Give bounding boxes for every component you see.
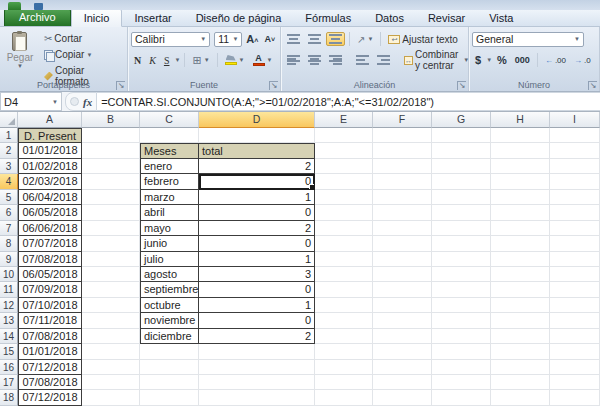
cell-G9[interactable] [432, 252, 491, 267]
clipboard-dialog-launcher[interactable]: ↘ [116, 81, 125, 90]
cell-A15[interactable]: 01/01/2018 [18, 344, 82, 359]
cell-D13[interactable]: 0 [199, 313, 315, 328]
cell-F5[interactable] [373, 190, 432, 205]
alignment-dialog-launcher[interactable]: ↘ [457, 81, 466, 90]
cell-A16[interactable]: 07/12/2018 [18, 360, 82, 375]
wrap-text-button[interactable]: ↩Ajustar texto [385, 32, 461, 47]
row-header-5[interactable]: 5 [0, 190, 18, 205]
cell-G14[interactable] [432, 329, 491, 344]
cell-B18[interactable] [82, 390, 140, 405]
cell-B9[interactable] [82, 252, 140, 267]
cell-G6[interactable] [432, 205, 491, 220]
cell-H14[interactable] [491, 329, 550, 344]
cell-E2[interactable] [315, 143, 373, 158]
fill-color-button[interactable]: ▼ [222, 53, 248, 67]
row-header-6[interactable]: 6 [0, 205, 18, 220]
row-header-15[interactable]: 15 [0, 344, 18, 359]
cell-A6[interactable]: 06/05/2018 [18, 205, 82, 220]
cell-I3[interactable] [550, 159, 600, 174]
cell-I10[interactable] [550, 267, 600, 282]
cell-I8[interactable] [550, 236, 600, 251]
increase-indent-button[interactable] [374, 53, 393, 67]
cell-C13[interactable]: noviembre [140, 313, 199, 328]
column-header-C[interactable]: C [140, 112, 199, 128]
row-header-4[interactable]: 4 [0, 174, 18, 189]
font-color-button[interactable]: A▼ [250, 52, 276, 68]
cell-D10[interactable]: 3 [199, 267, 315, 282]
cell-F15[interactable] [373, 344, 432, 359]
cell-I12[interactable] [550, 298, 600, 313]
cell-B16[interactable] [82, 360, 140, 375]
cell-H7[interactable] [491, 221, 550, 236]
column-header-D[interactable]: D [199, 112, 315, 128]
cell-E11[interactable] [315, 282, 373, 297]
cell-I5[interactable] [550, 190, 600, 205]
column-header-A[interactable]: A [18, 112, 82, 128]
cell-G8[interactable] [432, 236, 491, 251]
increase-decimal-button[interactable]: ←.00 [542, 54, 569, 67]
cell-G18[interactable] [432, 390, 491, 405]
cell-H10[interactable] [491, 267, 550, 282]
merge-center-button[interactable]: ↔Combinar y centrar▼ [401, 47, 472, 73]
cell-B6[interactable] [82, 205, 140, 220]
cell-D4[interactable]: 0 [199, 174, 315, 189]
cell-D7[interactable]: 2 [199, 221, 315, 236]
cell-B7[interactable] [82, 221, 140, 236]
cell-F18[interactable] [373, 390, 432, 405]
cell-H15[interactable] [491, 344, 550, 359]
cell-C2[interactable]: Meses [140, 143, 199, 158]
cell-E9[interactable] [315, 252, 373, 267]
row-header-18[interactable]: 18 [0, 390, 18, 405]
cell-H16[interactable] [491, 360, 550, 375]
cell-I7[interactable] [550, 221, 600, 236]
cell-F13[interactable] [373, 313, 432, 328]
column-header-F[interactable]: F [373, 112, 432, 128]
decrease-decimal-button[interactable]: →.0 [571, 54, 594, 67]
copy-button[interactable]: Copiar▼ [41, 47, 124, 62]
cell-E6[interactable] [315, 205, 373, 220]
number-format-combo[interactable]: General▼ [472, 32, 584, 47]
cell-H2[interactable] [491, 143, 550, 158]
cell-G4[interactable] [432, 174, 491, 189]
cell-I9[interactable] [550, 252, 600, 267]
cell-D16[interactable] [199, 360, 315, 375]
decrease-font-button[interactable]: A˅ [262, 34, 277, 44]
cell-E10[interactable] [315, 267, 373, 282]
save-icon[interactable] [34, 3, 43, 10]
underline-dropdown-arrow[interactable]: ▼ [174, 57, 180, 63]
cut-button[interactable]: ✂Cortar [41, 31, 124, 46]
cell-F10[interactable] [373, 267, 432, 282]
cell-I2[interactable] [550, 143, 600, 158]
cell-I16[interactable] [550, 360, 600, 375]
cell-E3[interactable] [315, 159, 373, 174]
row-header-9[interactable]: 9 [0, 252, 18, 267]
cell-B1[interactable] [82, 128, 140, 143]
cell-C3[interactable]: enero [140, 159, 199, 174]
tab-datos[interactable]: Datos [363, 10, 416, 26]
cell-G12[interactable] [432, 298, 491, 313]
cell-E13[interactable] [315, 313, 373, 328]
tab-inicio[interactable]: Inicio [71, 9, 123, 27]
row-header-12[interactable]: 12 [0, 298, 18, 313]
cell-H12[interactable] [491, 298, 550, 313]
cell-A9[interactable]: 07/08/2018 [18, 252, 82, 267]
cell-D14[interactable]: 2 [199, 329, 315, 344]
cell-E5[interactable] [315, 190, 373, 205]
tab-formulas[interactable]: Fórmulas [293, 10, 363, 26]
cell-E18[interactable] [315, 390, 373, 405]
cell-C15[interactable] [140, 344, 199, 359]
cell-H13[interactable] [491, 313, 550, 328]
bold-button[interactable]: N [131, 53, 144, 68]
tab-archivo[interactable]: Archivo [4, 8, 71, 26]
cell-A1[interactable]: D. Present [18, 128, 82, 143]
cell-D5[interactable]: 1 [199, 190, 315, 205]
cell-H11[interactable] [491, 282, 550, 297]
currency-button[interactable]: $ [472, 53, 484, 67]
cell-A8[interactable]: 07/07/2018 [18, 236, 82, 251]
row-header-14[interactable]: 14 [0, 329, 18, 344]
cell-E17[interactable] [315, 375, 373, 390]
cell-F7[interactable] [373, 221, 432, 236]
cell-A4[interactable]: 02/03/2018 [18, 174, 82, 189]
cell-F1[interactable] [373, 128, 432, 143]
cell-G16[interactable] [432, 360, 491, 375]
